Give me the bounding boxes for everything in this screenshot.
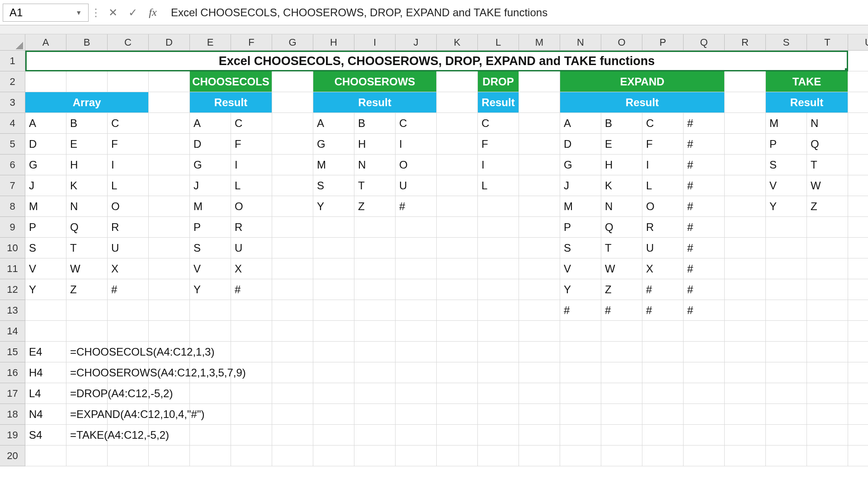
cell[interactable]: H (601, 155, 642, 175)
cell[interactable] (313, 300, 354, 321)
enter-icon[interactable]: ✓ (123, 6, 143, 19)
cell[interactable] (848, 362, 868, 383)
cell[interactable]: H4 (25, 362, 66, 383)
cell[interactable]: Result (478, 92, 519, 113)
cell[interactable] (519, 217, 560, 238)
cell[interactable] (149, 217, 190, 238)
cell[interactable]: Y (560, 279, 601, 300)
cell[interactable]: Result (190, 92, 272, 113)
cell[interactable] (313, 238, 354, 258)
cell[interactable] (807, 217, 848, 238)
cell[interactable] (848, 258, 868, 279)
cell[interactable]: CHOOSECOLS (190, 71, 272, 92)
cell[interactable] (437, 113, 478, 134)
cell[interactable]: T (601, 238, 642, 258)
cell[interactable]: W (807, 175, 848, 196)
cell[interactable] (478, 196, 519, 217)
cell[interactable]: H (66, 155, 108, 175)
cell[interactable]: M (766, 113, 807, 134)
cell[interactable] (149, 175, 190, 196)
cell[interactable] (437, 446, 478, 466)
cell[interactable]: L (478, 175, 519, 196)
cell[interactable]: # (601, 300, 642, 321)
cell[interactable] (396, 238, 437, 258)
cell[interactable] (519, 446, 560, 466)
name-box[interactable]: A1 ▼ (3, 4, 89, 22)
cell[interactable]: G (313, 134, 354, 155)
column-header[interactable]: E (190, 34, 231, 51)
column-header[interactable]: P (642, 34, 684, 51)
cell[interactable]: V (766, 175, 807, 196)
cell[interactable]: L4 (25, 383, 66, 404)
cell[interactable] (437, 342, 478, 362)
cell[interactable]: R (642, 217, 684, 238)
cell[interactable]: G (190, 155, 231, 175)
cell[interactable] (272, 155, 313, 175)
cell[interactable] (725, 196, 766, 217)
cell[interactable]: Result (560, 92, 725, 113)
cell[interactable] (272, 113, 313, 134)
row-header[interactable]: 14 (0, 321, 25, 342)
cell[interactable] (354, 383, 396, 404)
cell[interactable] (848, 92, 868, 113)
cell[interactable] (848, 71, 868, 92)
cell[interactable]: Q (601, 217, 642, 238)
cell[interactable] (766, 404, 807, 425)
cell[interactable]: Result (313, 92, 437, 113)
fx-icon[interactable]: fx (143, 6, 163, 19)
cell[interactable] (766, 279, 807, 300)
cell[interactable] (313, 279, 354, 300)
cell[interactable] (560, 425, 601, 446)
cell[interactable] (766, 383, 807, 404)
cell[interactable]: R (108, 217, 149, 238)
cell[interactable] (190, 321, 231, 342)
cell[interactable] (601, 383, 642, 404)
cell[interactable] (478, 279, 519, 300)
cell[interactable]: D (25, 134, 66, 155)
cell[interactable]: G (25, 155, 66, 175)
cell[interactable] (684, 425, 725, 446)
cell[interactable] (437, 155, 478, 175)
select-all-corner[interactable] (0, 34, 25, 51)
cell[interactable] (766, 342, 807, 362)
cell[interactable] (313, 217, 354, 238)
cell[interactable] (108, 446, 149, 466)
cell[interactable]: U (642, 238, 684, 258)
cell[interactable] (642, 404, 684, 425)
cell[interactable]: A (25, 113, 66, 134)
cell[interactable]: Q (807, 134, 848, 155)
cell[interactable] (560, 342, 601, 362)
cell[interactable] (437, 404, 478, 425)
cell[interactable]: C (642, 113, 684, 134)
row-header[interactable]: 1 (0, 51, 25, 71)
cell[interactable]: I (108, 155, 149, 175)
cell[interactable] (807, 383, 848, 404)
cell[interactable] (519, 71, 560, 92)
cell[interactable] (272, 404, 313, 425)
cell[interactable] (437, 217, 478, 238)
cell[interactable]: L (642, 175, 684, 196)
cell[interactable] (601, 362, 642, 383)
cell[interactable] (848, 425, 868, 446)
cell[interactable] (519, 238, 560, 258)
cell[interactable] (149, 258, 190, 279)
row-header[interactable]: 3 (0, 92, 25, 113)
cell[interactable] (437, 425, 478, 446)
cell[interactable] (725, 279, 766, 300)
cell[interactable] (149, 300, 190, 321)
cell[interactable]: # (684, 258, 725, 279)
cell[interactable]: CHOOSEROWS (313, 71, 437, 92)
cell[interactable] (725, 362, 766, 383)
cell[interactable] (231, 383, 272, 404)
column-header[interactable]: R (725, 34, 766, 51)
cell[interactable] (766, 217, 807, 238)
cell[interactable]: # (684, 113, 725, 134)
cell[interactable]: # (108, 279, 149, 300)
cell[interactable] (684, 321, 725, 342)
cell[interactable] (807, 446, 848, 466)
cell[interactable] (725, 175, 766, 196)
cell[interactable]: A (313, 113, 354, 134)
cell[interactable]: M (560, 196, 601, 217)
cell[interactable] (313, 342, 354, 362)
cell[interactable]: F (642, 134, 684, 155)
